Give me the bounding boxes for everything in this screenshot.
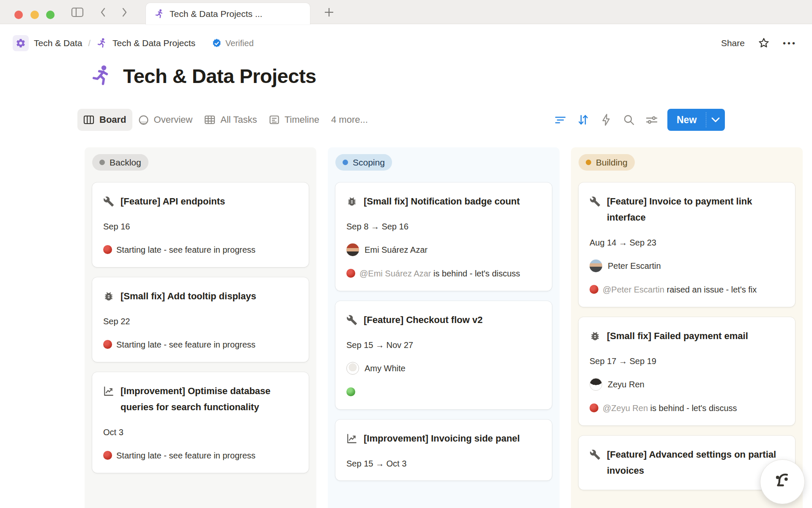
minimize-window-button[interactable] — [30, 11, 39, 19]
column-name: Scoping — [353, 157, 385, 168]
status-dot-icon — [99, 160, 105, 165]
filter-button[interactable] — [549, 109, 572, 131]
view-settings-button[interactable] — [640, 109, 663, 131]
column-backlog: Backlog[Feature] API endpointsSep 16Star… — [85, 147, 316, 508]
avatar — [590, 260, 602, 272]
column-building: Building[Feature] Invoice to payment lin… — [571, 147, 803, 508]
close-window-button[interactable] — [14, 11, 23, 19]
red-circle-icon — [590, 285, 598, 294]
card-title: [Feature] Advanced settings on partial i… — [607, 447, 784, 479]
tab-label: Timeline — [285, 114, 319, 125]
sliders-icon — [645, 114, 658, 125]
card-status: @Emi Suárez Azar is behind - let's discu… — [346, 267, 541, 280]
column-name: Building — [596, 157, 628, 168]
top-bar: Tech & Data / Tech & Data Projects Verif… — [13, 34, 797, 52]
chevron-right-icon — [119, 7, 129, 18]
chevron-left-icon — [98, 7, 108, 18]
mention: @Peter Escartin — [603, 285, 664, 294]
table-icon — [204, 115, 215, 125]
page-title[interactable]: Tech & Data Projects — [123, 64, 316, 88]
card-list: [Small fix] Notification badge countSep … — [335, 182, 552, 480]
card-title: [Feature] Checkout flow v2 — [364, 312, 483, 328]
favorite-star-icon[interactable] — [757, 37, 770, 50]
view-toolbar: New — [549, 109, 725, 131]
lightning-icon — [601, 113, 612, 126]
sidebar-toggle-icon — [71, 7, 84, 18]
avatar — [590, 378, 602, 391]
browser-tab[interactable]: Tech & Data Projects ... — [146, 3, 310, 25]
tab-all-tasks[interactable]: All Tasks — [198, 109, 263, 131]
card-assignee: Zeyu Ren — [590, 378, 784, 391]
card-title: [Improvement] Optimise database queries … — [121, 383, 298, 415]
zoom-window-button[interactable] — [46, 11, 55, 19]
view-tabs: BoardOverviewAll TasksTimeline4 more... — [77, 109, 374, 131]
tab-label: All Tasks — [220, 114, 257, 125]
task-card[interactable]: [Improvement] Optimise database queries … — [92, 372, 309, 473]
card-date: Sep 15 → Nov 27 — [346, 339, 541, 351]
breadcrumb-workspace[interactable] — [13, 35, 29, 51]
new-button[interactable]: New — [667, 109, 725, 131]
forward-button[interactable] — [118, 6, 131, 19]
assignee-name: Emi Suárez Azar — [365, 244, 428, 256]
tab-board[interactable]: Board — [77, 109, 132, 131]
card-list: [Feature] API endpointsSep 16Starting la… — [92, 182, 309, 473]
card-title: [Feature] API endpoints — [121, 193, 225, 210]
toggle-sidebar-button[interactable] — [71, 6, 84, 19]
bug-icon — [346, 196, 357, 207]
card-date: Sep 22 — [103, 315, 298, 327]
card-date: Sep 15 → Oct 3 — [346, 458, 541, 469]
tab-overview[interactable]: Overview — [132, 109, 199, 131]
avatar — [346, 362, 359, 375]
card-date: Sep 16 — [103, 221, 298, 232]
plus-icon — [324, 7, 335, 18]
breadcrumb-page-label[interactable]: Tech & Data Projects — [112, 38, 195, 48]
red-circle-icon — [103, 340, 112, 349]
card-title: [Small fix] Failed payment email — [607, 328, 748, 344]
column-header-pill[interactable]: Backlog — [92, 154, 148, 171]
task-card[interactable]: [Improvement] Invoicing side panelSep 15… — [335, 420, 552, 480]
task-card[interactable]: [Feature] Invoice to payment link interf… — [579, 182, 795, 307]
task-card[interactable]: [Feature] API endpointsSep 16Starting la… — [92, 182, 309, 267]
new-tab-button[interactable] — [322, 6, 336, 19]
task-card[interactable]: [Feature] Checkout flow v2Sep 15 → Nov 2… — [335, 301, 552, 409]
page-header: Tech & Data Projects — [90, 64, 316, 88]
share-button[interactable]: Share — [721, 38, 745, 48]
task-card[interactable]: [Small fix] Add tooltip displaysSep 22St… — [92, 277, 309, 362]
more-options-button[interactable]: ••• — [783, 39, 797, 48]
card-status — [346, 386, 541, 398]
task-card[interactable]: [Small fix] Failed payment emailSep 17 →… — [579, 317, 795, 425]
new-button-label[interactable]: New — [667, 109, 706, 131]
column-header-pill[interactable]: Scoping — [335, 154, 392, 171]
card-title: [Small fix] Add tooltip displays — [121, 288, 256, 304]
card-status: Starting late - see feature in progress — [103, 449, 298, 462]
card-assignee: Emi Suárez Azar — [346, 243, 541, 256]
chevron-down-icon — [711, 117, 720, 123]
bug-icon — [103, 291, 114, 302]
breadcrumb-workspace-label[interactable]: Tech & Data — [34, 38, 82, 48]
task-card[interactable]: [Small fix] Notification badge countSep … — [335, 182, 552, 291]
overview-icon — [138, 115, 149, 125]
verified-badge[interactable]: Verified — [211, 38, 254, 49]
sort-button[interactable] — [572, 109, 595, 131]
tabs-more-button[interactable]: 4 more... — [325, 114, 374, 125]
column-header-pill[interactable]: Building — [579, 154, 635, 171]
gear-icon — [16, 38, 26, 48]
ai-assistant-button[interactable] — [760, 459, 805, 504]
automations-button[interactable] — [595, 109, 617, 131]
new-button-dropdown[interactable] — [706, 109, 725, 131]
runner-icon — [90, 64, 113, 88]
back-button[interactable] — [96, 6, 110, 19]
status-dot-icon — [586, 160, 591, 165]
runner-icon — [96, 37, 107, 49]
search-button[interactable] — [617, 109, 640, 131]
assignee-name: Peter Escartin — [608, 260, 661, 272]
card-status: Starting late - see feature in progress — [103, 338, 298, 351]
wrench-icon — [346, 315, 357, 326]
card-list: [Feature] Invoice to payment link interf… — [579, 182, 795, 490]
wrench-icon — [103, 196, 114, 207]
red-circle-icon — [346, 269, 355, 278]
card-status: @Peter Escartin raised an issue - let's … — [590, 283, 784, 296]
card-title: [Improvement] Invoicing side panel — [364, 431, 520, 447]
tab-timeline[interactable]: Timeline — [263, 109, 325, 131]
search-icon — [623, 114, 635, 126]
